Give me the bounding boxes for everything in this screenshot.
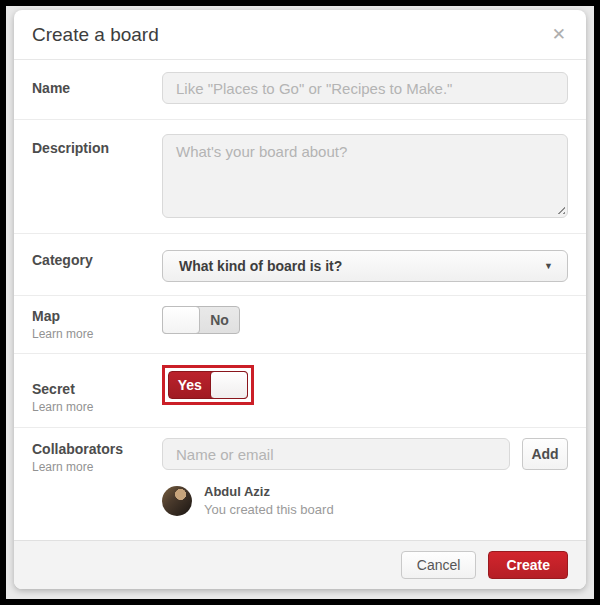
category-label: Category (32, 252, 162, 268)
secret-toggle[interactable]: Yes (168, 371, 248, 399)
dialog-header: Create a board ✕ (14, 10, 586, 60)
name-control (162, 60, 568, 104)
map-learn-more-link[interactable]: Learn more (32, 327, 162, 341)
owner-note: You created this board (204, 502, 334, 517)
secret-highlight-annotation: Yes (162, 365, 254, 405)
row-name: Name (14, 60, 586, 120)
row-map: Map Learn more No (14, 296, 586, 354)
secret-label-block: Secret Learn more (32, 354, 162, 414)
page-title: Create a board (32, 24, 159, 46)
collaborator-input[interactable] (162, 438, 510, 470)
description-label: Description (32, 140, 162, 156)
description-textarea-wrap (162, 134, 568, 218)
create-button[interactable]: Create (488, 551, 568, 579)
name-label-block: Name (32, 60, 162, 96)
secret-learn-more-link[interactable]: Learn more (32, 400, 162, 414)
description-label-block: Description (32, 120, 162, 156)
category-control: What kind of board is it? ▼ (162, 234, 568, 282)
collaborators-label: Collaborators (32, 441, 162, 457)
category-label-block: Category (32, 234, 162, 268)
toggle-knob (210, 371, 248, 399)
row-category: Category What kind of board is it? ▼ (14, 234, 586, 296)
category-select-value: What kind of board is it? (179, 258, 342, 274)
row-secret: Secret Learn more Yes (14, 354, 586, 428)
name-label: Name (32, 80, 162, 96)
owner-name: Abdul Aziz (204, 484, 334, 499)
create-board-dialog: Create a board ✕ Name Description (14, 10, 586, 589)
description-control (162, 120, 568, 218)
row-description: Description (14, 120, 586, 234)
map-label-block: Map Learn more (32, 296, 162, 341)
name-input[interactable] (162, 72, 568, 104)
collaborator-owner-row: Abdul Aziz You created this board (162, 484, 568, 517)
page-backdrop: Create a board ✕ Name Description (6, 6, 594, 599)
dialog-footer: Cancel Create (14, 540, 586, 589)
map-toggle[interactable]: No (162, 306, 240, 334)
cancel-button[interactable]: Cancel (401, 551, 477, 579)
avatar (162, 486, 192, 516)
owner-text-block: Abdul Aziz You created this board (204, 484, 334, 517)
secret-toggle-state-label: Yes (169, 372, 210, 398)
description-textarea[interactable] (162, 134, 568, 218)
chevron-down-icon: ▼ (544, 261, 553, 271)
collaborators-label-block: Collaborators Learn more (32, 428, 162, 474)
map-label: Map (32, 308, 162, 324)
collaborators-learn-more-link[interactable]: Learn more (32, 460, 162, 474)
map-toggle-state-label: No (200, 307, 239, 333)
collaborator-input-line: Add (162, 438, 568, 470)
map-control: No (162, 296, 568, 334)
category-select[interactable]: What kind of board is it? ▼ (162, 250, 568, 282)
secret-control: Yes (162, 354, 568, 405)
add-button[interactable]: Add (522, 438, 568, 470)
collaborators-control: Add Abdul Aziz You created this board (162, 428, 568, 517)
close-icon[interactable]: ✕ (550, 24, 568, 45)
secret-label: Secret (32, 381, 162, 397)
toggle-knob (162, 306, 200, 334)
row-collaborators: Collaborators Learn more Add Abdul Aziz … (14, 428, 586, 540)
